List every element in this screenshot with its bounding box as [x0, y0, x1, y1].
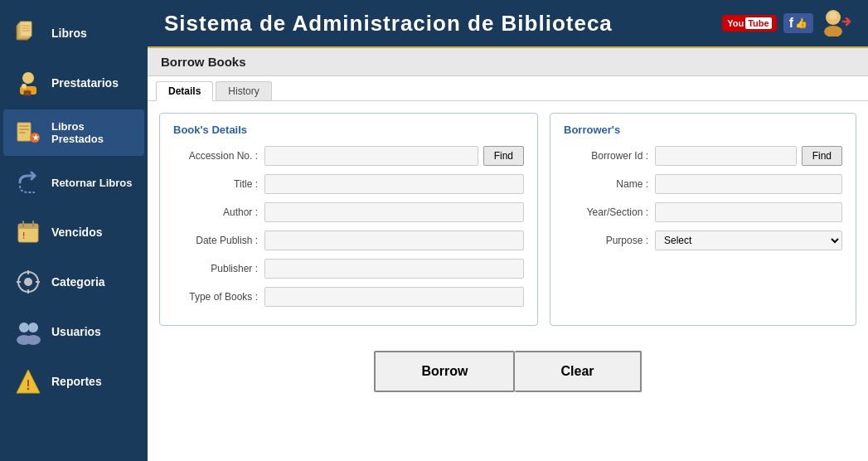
svg-rect-23	[27, 270, 29, 274]
purpose-select[interactable]: Select Study Research Reference	[655, 230, 842, 250]
title-label: Title :	[173, 178, 264, 190]
svg-rect-11	[19, 125, 29, 127]
sidebar-item-usuarios[interactable]: Usuarios	[3, 308, 144, 355]
books-panel-title: Book's Details	[173, 124, 524, 136]
publisher-row: Publisher :	[173, 259, 524, 279]
retornar-icon	[13, 167, 43, 197]
svg-rect-2	[20, 22, 32, 36]
sidebar-item-libros-prestados[interactable]: ★ Libros Prestados	[3, 109, 144, 156]
page-title: Borrow Books	[148, 48, 868, 76]
borrower-find-button[interactable]: Find	[802, 146, 842, 166]
sidebar-label-usuarios: Usuarios	[51, 325, 101, 338]
borrower-panel: Borrower's Borrower Id : Find Name : Ye	[550, 113, 856, 326]
borrower-id-row: Borrower Id : Find	[564, 146, 842, 166]
libros-prestados-icon: ★	[13, 118, 43, 148]
svg-point-27	[19, 323, 29, 332]
name-label: Name :	[564, 178, 655, 190]
date-publish-row: Date Publish :	[173, 230, 524, 250]
svg-rect-12	[19, 129, 29, 130]
svg-rect-17	[18, 224, 38, 229]
sidebar-label-libros: Libros	[51, 27, 87, 40]
sidebar-label-libros-prestados: Libros Prestados	[51, 120, 134, 145]
purpose-row: Purpose : Select Study Research Referenc…	[564, 230, 842, 250]
user-avatar-icon	[820, 7, 851, 36]
borrower-id-input[interactable]	[655, 146, 797, 166]
sidebar-item-categoria[interactable]: Categoria	[3, 259, 144, 305]
svg-text:★: ★	[32, 133, 40, 142]
publisher-input[interactable]	[264, 259, 524, 279]
sidebar-label-retornar-libros: Retornar Libros	[51, 177, 133, 189]
svg-text:!: !	[22, 231, 25, 240]
user-avatar-wrapper	[820, 7, 851, 40]
books-icon	[13, 18, 43, 48]
date-publish-input[interactable]	[264, 230, 524, 250]
vencidos-icon: !	[13, 217, 43, 247]
svg-point-6	[22, 72, 34, 84]
svg-rect-32	[27, 380, 29, 386]
sidebar-item-reportes[interactable]: Reportes	[3, 358, 144, 405]
yt-tube: Tube	[745, 17, 771, 29]
author-row: Author :	[173, 202, 524, 222]
year-section-label: Year/Section :	[564, 206, 655, 218]
content-area: Borrow Books Details History Book's Deta…	[148, 48, 868, 461]
sidebar-label-vencidos: Vencidos	[51, 226, 102, 239]
sidebar-item-libros[interactable]: Libros	[3, 10, 144, 56]
date-publish-label: Date Publish :	[173, 235, 264, 246]
categoria-icon	[13, 267, 43, 297]
action-buttons: Borrow Clear	[148, 351, 868, 392]
usuarios-icon	[13, 317, 43, 347]
header-icons: You Tube f 👍	[722, 7, 851, 40]
svg-text:💼: 💼	[23, 88, 32, 96]
svg-point-30	[26, 335, 41, 345]
tabs-bar: Details History	[148, 76, 868, 101]
prestatarios-icon: 💼	[13, 68, 43, 98]
type-of-books-label: Type of Books :	[173, 291, 264, 303]
sidebar-item-prestatarios[interactable]: 💼 Prestatarios	[3, 60, 144, 106]
year-section-row: Year/Section :	[564, 202, 842, 222]
svg-rect-25	[17, 281, 21, 283]
youtube-badge[interactable]: You Tube	[722, 15, 776, 32]
sidebar-item-vencidos[interactable]: ! Vencidos	[3, 209, 144, 255]
accession-no-input[interactable]	[264, 146, 478, 166]
type-of-books-input[interactable]	[264, 287, 524, 307]
accession-no-field-group: Find	[264, 146, 524, 166]
svg-rect-26	[36, 281, 40, 283]
header: Sistema de Administracion de Biblioteca …	[148, 0, 868, 48]
books-panel: Book's Details Accession No. : Find Titl…	[159, 113, 538, 326]
fb-icon: f	[789, 16, 793, 31]
accession-no-label: Accession No. :	[173, 150, 264, 162]
tab-history[interactable]: History	[216, 81, 271, 100]
sidebar-label-prestatarios: Prestatarios	[51, 76, 119, 90]
name-row: Name :	[564, 174, 842, 194]
svg-point-33	[27, 388, 30, 391]
borrower-id-label: Borrower Id :	[564, 150, 655, 162]
form-area: Book's Details Accession No. : Find Titl…	[148, 101, 868, 337]
fb-like-icon: 👍	[795, 17, 807, 29]
author-input[interactable]	[264, 202, 524, 222]
accession-no-row: Accession No. : Find	[173, 146, 524, 166]
borrow-button[interactable]: Borrow	[374, 351, 515, 392]
svg-point-22	[24, 278, 32, 286]
svg-point-35	[824, 26, 842, 36]
reportes-icon	[13, 366, 43, 396]
facebook-badge[interactable]: f 👍	[783, 13, 813, 33]
clear-button[interactable]: Clear	[515, 351, 641, 392]
svg-rect-13	[19, 132, 26, 133]
svg-rect-24	[27, 289, 29, 294]
sidebar-label-reportes: Reportes	[51, 375, 102, 388]
borrower-panel-title: Borrower's	[564, 124, 842, 136]
title-row: Title :	[173, 174, 524, 194]
app-title: Sistema de Administracion de Biblioteca	[164, 11, 613, 36]
sidebar-item-retornar-libros[interactable]: Retornar Libros	[3, 159, 144, 206]
accession-find-button[interactable]: Find	[483, 146, 524, 166]
name-input[interactable]	[655, 174, 842, 194]
borrower-id-field-group: Find	[655, 146, 842, 166]
svg-point-36	[829, 12, 837, 20]
author-label: Author :	[173, 206, 264, 218]
type-of-books-row: Type of Books :	[173, 287, 524, 307]
title-input[interactable]	[264, 174, 524, 194]
year-section-input[interactable]	[655, 202, 842, 222]
tab-details[interactable]: Details	[156, 81, 213, 101]
sidebar-label-categoria: Categoria	[51, 275, 105, 289]
main-content: Sistema de Administracion de Biblioteca …	[148, 0, 868, 461]
